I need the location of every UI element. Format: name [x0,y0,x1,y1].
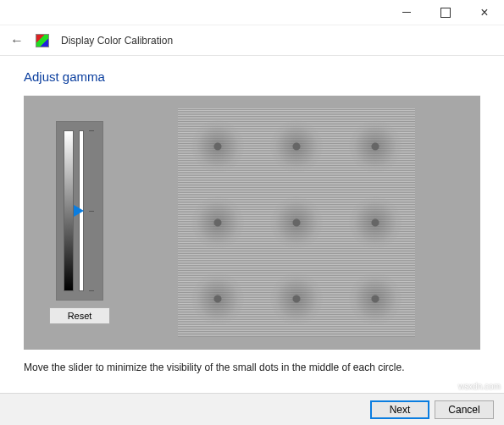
gamma-dot [270,120,323,173]
close-button[interactable]: × [465,0,504,25]
gamma-cell [178,185,257,261]
gamma-cell [178,261,257,337]
gamma-dot [349,196,402,249]
gamma-slider-column: Reset [49,121,110,324]
page-heading: Adjust gamma [24,69,480,84]
gradient-strip [64,130,74,291]
maximize-button[interactable] [426,0,465,25]
tick-mark [89,211,94,212]
titlebar: × [0,0,504,25]
back-icon[interactable]: ← [10,33,24,48]
watermark: wsxdn.com [458,382,501,391]
tick-mark [89,290,94,291]
next-button[interactable]: Next [370,400,429,419]
content-area: Adjust gamma Reset [0,56,504,373]
gamma-cell [257,261,335,337]
minimize-button[interactable] [387,0,426,25]
gamma-dot [191,120,244,173]
gamma-cell [257,108,335,185]
gamma-dot [191,273,244,325]
reset-button[interactable]: Reset [49,307,110,324]
slider-ticks [89,130,96,291]
footer: Next Cancel [0,393,504,425]
gamma-cell [257,185,335,261]
tick-mark [89,130,94,131]
gamma-dot [270,273,323,325]
gamma-cell [336,108,415,185]
instruction-text: Move the slider to minimize the visibili… [24,362,480,373]
header: ← Display Color Calibration [0,25,504,56]
gamma-dot [349,273,402,325]
gamma-test-pattern [178,108,415,337]
slider-track[interactable] [79,130,84,291]
gamma-dot [191,196,244,249]
slider-thumb[interactable] [74,205,84,217]
gamma-dot [349,120,402,173]
window-title: Display Color Calibration [61,35,173,47]
gamma-cell [336,185,415,261]
gamma-slider[interactable] [56,121,103,301]
gamma-cell [178,108,257,185]
display-calibration-icon [36,34,49,47]
gamma-cell [336,261,415,337]
calibration-panel: Reset [24,96,480,350]
cancel-button[interactable]: Cancel [435,400,494,419]
gamma-dot [270,196,323,249]
